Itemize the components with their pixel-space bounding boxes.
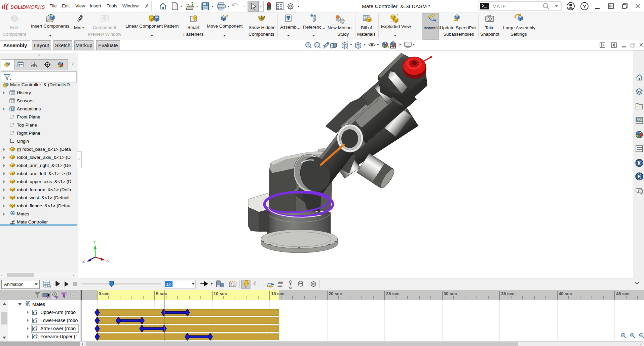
svg-text:Lower-Base (robo: Lower-Base (robo — [40, 318, 78, 323]
svg-text:Mates: Mates — [32, 302, 45, 307]
svg-text:Show Hidden: Show Hidden — [249, 25, 275, 30]
svg-text:Upper-Arm (robo: Upper-Arm (robo — [40, 310, 76, 315]
svg-text:Mate: Mate — [74, 25, 84, 30]
svg-text:Edit: Edit — [10, 25, 18, 30]
svg-text:SOLIDWORKS: SOLIDWORKS — [10, 4, 45, 10]
svg-text:Z: Z — [82, 259, 85, 264]
svg-text:Subassemblies: Subassemblies — [443, 32, 474, 37]
svg-text:Component: Component — [3, 32, 26, 37]
svg-text:20 sec: 20 sec — [329, 291, 342, 296]
svg-text:35 sec: 35 sec — [501, 291, 515, 296]
svg-text:Settings: Settings — [510, 32, 527, 37]
svg-text:A: A — [36, 309, 38, 312]
svg-text:Materials: Materials — [357, 32, 376, 37]
svg-text:Insert Components: Insert Components — [31, 24, 69, 29]
svg-text:Y: Y — [93, 241, 96, 245]
svg-text:!: ! — [456, 18, 457, 21]
svg-text:X: X — [106, 258, 109, 263]
svg-text:Instant3D: Instant3D — [424, 26, 440, 30]
svg-text:A: A — [36, 334, 38, 336]
svg-text:Move Component: Move Component — [207, 24, 243, 29]
svg-text:Large Assembly: Large Assembly — [503, 25, 535, 30]
svg-text:Fasteners: Fasteners — [183, 32, 203, 37]
svg-text:Take: Take — [485, 25, 495, 30]
svg-text:1x: 1x — [166, 282, 171, 287]
svg-text:25 sec: 25 sec — [386, 291, 400, 296]
svg-text:?: ? — [583, 3, 586, 9]
svg-text:Update SpeedPak: Update SpeedPak — [440, 25, 477, 30]
svg-text:Referenc...: Referenc... — [303, 25, 325, 30]
svg-text:Assemb...: Assemb... — [280, 25, 300, 30]
svg-text:45 sec: 45 sec — [616, 291, 630, 296]
svg-text:Preview Window: Preview Window — [88, 32, 121, 37]
svg-text:A: A — [36, 325, 38, 328]
svg-text:MATE: MATE — [492, 3, 506, 9]
svg-text:Snapshot: Snapshot — [480, 32, 499, 37]
svg-text:Forearm-Upper (r: Forearm-Upper (r — [40, 334, 77, 339]
svg-text:A: A — [36, 317, 38, 320]
svg-text:40 sec: 40 sec — [559, 291, 572, 296]
svg-text:15 sec: 15 sec — [271, 291, 285, 296]
svg-text:Exploded View: Exploded View — [381, 24, 411, 29]
svg-text:Mate Controller_&.SLDASM *: Mate Controller_&.SLDASM * — [362, 3, 430, 9]
svg-text:Components: Components — [249, 32, 274, 37]
svg-text:Component: Component — [93, 25, 116, 30]
svg-text:Bill of: Bill of — [361, 25, 372, 30]
svg-text:30 sec: 30 sec — [444, 291, 457, 296]
svg-text:Smart: Smart — [187, 25, 199, 30]
svg-text:Study: Study — [337, 32, 349, 37]
svg-text:5 sec: 5 sec — [156, 291, 167, 296]
svg-text:Arm-Lower (robo: Arm-Lower (robo — [40, 326, 76, 331]
svg-text:0 sec: 0 sec — [99, 291, 110, 296]
svg-text:Linear Component Pattern: Linear Component Pattern — [125, 24, 179, 29]
svg-text:New Motion: New Motion — [328, 25, 351, 30]
svg-text:10 sec: 10 sec — [214, 291, 227, 296]
svg-text:A: A — [11, 108, 14, 111]
